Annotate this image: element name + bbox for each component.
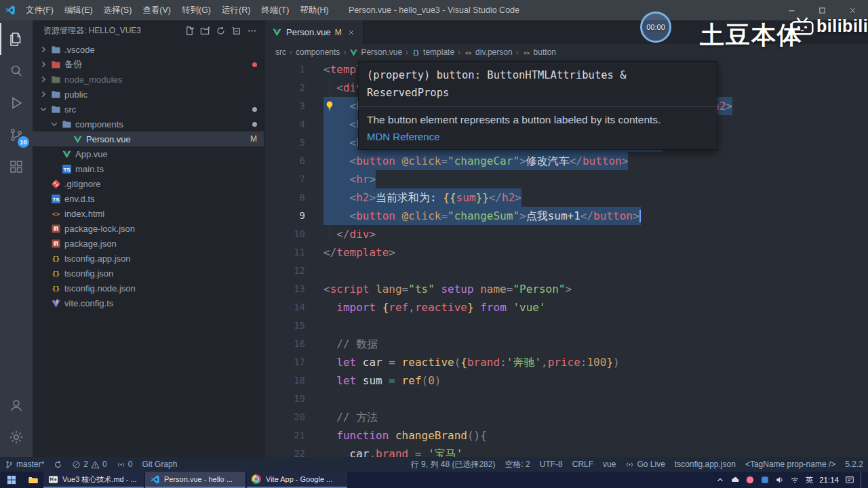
show-desktop-button[interactable]	[861, 472, 864, 488]
chevron-up-tray-icon[interactable]	[715, 475, 725, 485]
branch-icon	[5, 460, 14, 469]
code-line-14[interactable]: 14 import {ref,reactive} from 'vue'	[264, 298, 868, 317]
clock[interactable]: 21:14	[819, 476, 839, 484]
code-line-11[interactable]: 11</template>	[264, 243, 868, 262]
menu-run[interactable]: 运行(R)	[216, 0, 256, 20]
tree-item-vite-config-ts[interactable]: vite.config.ts	[33, 296, 264, 310]
status-eol[interactable]: CRLF	[568, 457, 598, 472]
activity-debug[interactable]	[0, 87, 33, 119]
menu-terminal[interactable]: 终端(T)	[256, 0, 294, 20]
tree-item-tsconfig-app-json[interactable]: {}tsconfig.app.json	[33, 251, 264, 266]
status-volar-version[interactable]: 5.2.2	[840, 457, 868, 472]
code-line-6[interactable]: 6 <button @click="changeCar">修改汽车</butto…	[264, 152, 868, 170]
new-folder-button[interactable]	[198, 24, 212, 37]
start-button[interactable]	[0, 472, 23, 488]
tree-item-package-lock-json[interactable]: package-lock.json	[33, 221, 264, 236]
breadcrumb-template[interactable]: {}template	[412, 47, 454, 57]
taskbar-window-chrome[interactable]: Vite App - Google ...	[247, 472, 347, 488]
status-branch[interactable]: master*	[0, 457, 49, 472]
tab-close-icon[interactable]	[346, 27, 357, 38]
bili-tray-icon[interactable]	[745, 475, 755, 485]
status-tag-template[interactable]: <TagName prop-name />	[741, 457, 840, 472]
code-line-7[interactable]: 7 <hr>	[264, 170, 868, 188]
menu-edit[interactable]: 编辑(E)	[59, 0, 98, 20]
network-tray-icon[interactable]	[790, 475, 800, 485]
menu-go[interactable]: 转到(G)	[176, 0, 216, 20]
mdn-reference-link[interactable]: MDN Reference	[359, 129, 717, 149]
tree-item-public[interactable]: public	[33, 87, 264, 102]
code-line-8[interactable]: 8 <h2>当前求和为: {{sum}}</h2>	[264, 188, 868, 207]
more-button[interactable]	[245, 24, 258, 37]
code-line-15[interactable]: 15	[264, 317, 868, 335]
cloud-tray-icon[interactable]	[730, 475, 740, 485]
tree-item-components[interactable]: components	[33, 117, 264, 131]
ime-indicator[interactable]: 英	[806, 475, 814, 485]
new-file-button[interactable]	[182, 24, 196, 37]
status-tsconfig[interactable]: tsconfig.app.json	[670, 457, 741, 472]
lightbulb-icon[interactable]	[324, 100, 335, 111]
activity-explorer[interactable]	[0, 23, 33, 55]
code-line-20[interactable]: 20 // 方法	[264, 408, 868, 426]
chevron-right-icon	[38, 59, 49, 70]
code-line-13[interactable]: 13<script lang="ts" setup name="Person">	[264, 280, 868, 298]
line-number: 4	[264, 115, 305, 134]
status-go-live[interactable]: Go Live	[620, 457, 669, 472]
tree-item-env-d-ts[interactable]: TSenv.d.ts	[33, 191, 264, 206]
tree-item-src[interactable]: src	[33, 102, 264, 117]
taskbar-window-vscode[interactable]: Person.vue - hello ...	[145, 472, 245, 488]
breadcrumb-div-person[interactable]: <>div.person	[464, 47, 512, 57]
tree-item-index-html[interactable]: <>index.html	[33, 206, 264, 221]
code-line-9[interactable]: 9 <button @click="changeSum">点我sum+1</bu…	[264, 207, 868, 225]
line-number: 19	[264, 390, 305, 408]
tree-item-item-1[interactable]: 备份	[33, 57, 264, 72]
blue-square-tray-icon[interactable]	[760, 475, 770, 485]
status-ports[interactable]: 0	[112, 457, 138, 472]
code-line-19[interactable]: 19	[264, 390, 868, 408]
menu-bar: 文件(F)编辑(E)选择(S)查看(V)转到(G)运行(R)终端(T)帮助(H)	[20, 0, 334, 20]
tree-item-tsconfig-json[interactable]: {}tsconfig.json	[33, 266, 264, 281]
file-explorer-button[interactable]	[23, 472, 43, 488]
status-cursor-position[interactable]: 行 9, 列 48 (已选择282)	[406, 457, 500, 472]
breadcrumb-src[interactable]: src	[275, 47, 286, 57]
status-language-mode[interactable]: vue	[598, 457, 620, 472]
tree-item-gitignore[interactable]: .gitignore	[33, 176, 264, 191]
status-problems[interactable]: 20	[67, 457, 111, 472]
tree-item-node-modules[interactable]: node_modules	[33, 72, 264, 87]
tree-item-tsconfig-node-json[interactable]: {}tsconfig.node.json	[33, 281, 264, 296]
breadcrumb-components[interactable]: components	[296, 47, 340, 57]
activity-account[interactable]	[0, 389, 33, 421]
status-sync[interactable]	[49, 457, 67, 472]
status-encoding[interactable]: UTF-8	[535, 457, 568, 472]
taskbar-window-typora[interactable]: Vue3 核心技术.md - ...	[43, 472, 144, 488]
breadcrumb-button[interactable]: <>button	[522, 47, 556, 57]
activity-source-control[interactable]: 10	[0, 119, 33, 150]
code-line-10[interactable]: 10 </div>	[264, 225, 868, 243]
activity-extensions[interactable]	[0, 150, 33, 182]
refresh-button[interactable]	[214, 24, 227, 37]
code-line-12[interactable]: 12	[264, 262, 868, 280]
code-line-18[interactable]: 18 let sum = ref(0)	[264, 371, 868, 390]
code-line-21[interactable]: 21 function changeBrand(){	[264, 426, 868, 445]
tree-item-app-vue[interactable]: App.vue	[33, 146, 264, 161]
status-indentation[interactable]: 空格: 2	[500, 457, 534, 472]
status-git-graph[interactable]: Git Graph	[137, 457, 182, 472]
activity-settings[interactable]	[0, 421, 33, 453]
speaker-tray-icon[interactable]	[775, 475, 785, 485]
tree-item-vscode[interactable]: .vscode	[33, 42, 264, 57]
menu-help[interactable]: 帮助(H)	[294, 0, 334, 20]
code-line-17[interactable]: 17 let car = reactive({brand:'奔驰',price:…	[264, 353, 868, 371]
ts-icon: TS	[50, 193, 61, 204]
tab-person-vue[interactable]: Person.vue M	[264, 20, 364, 44]
code-line-16[interactable]: 16 // 数据	[264, 335, 868, 353]
activity-search[interactable]	[0, 55, 33, 87]
notification-center-icon[interactable]	[845, 475, 854, 485]
code-line-22[interactable]: 22 car.brand = '宝马'	[264, 445, 868, 457]
tree-item-package-json[interactable]: package.json	[33, 236, 264, 251]
tree-item-person-vue[interactable]: Person.vueM	[33, 131, 264, 146]
tree-item-main-ts[interactable]: TSmain.ts	[33, 161, 264, 176]
menu-selection[interactable]: 选择(S)	[98, 0, 138, 20]
collapse-all-button[interactable]	[229, 24, 243, 37]
breadcrumb-person-vue[interactable]: Person.vue	[349, 47, 402, 57]
menu-file[interactable]: 文件(F)	[20, 0, 59, 20]
menu-view[interactable]: 查看(V)	[137, 0, 176, 20]
